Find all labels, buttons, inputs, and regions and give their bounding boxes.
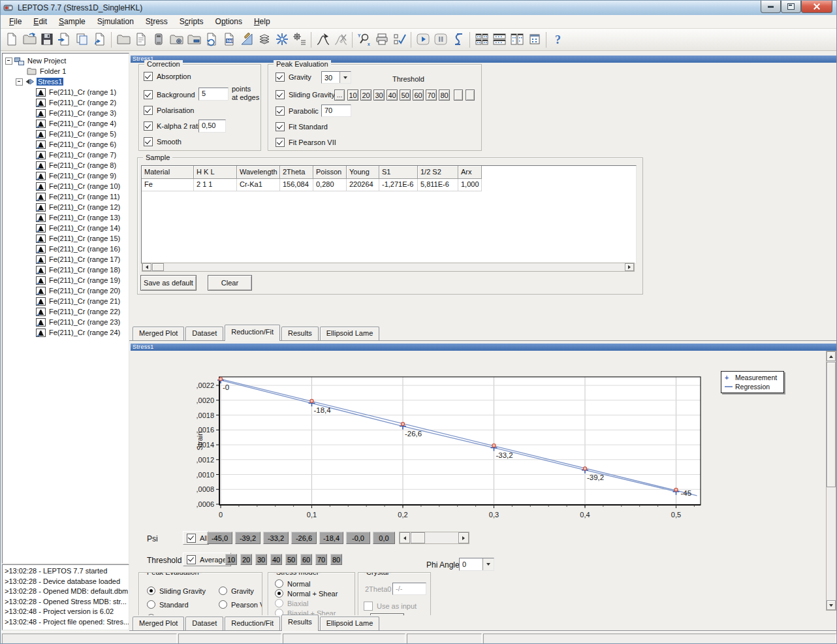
layers-button[interactable]: [255, 31, 273, 49]
tree-item-range-23[interactable]: Fe(211)_Cr (range 23): [3, 317, 129, 327]
tree-item-folder-1[interactable]: Folder 1: [3, 66, 129, 76]
column-header-poisson[interactable]: Poisson: [313, 166, 347, 179]
table-cell[interactable]: 156,084: [280, 179, 313, 191]
threshold-box-30[interactable]: 30: [373, 89, 385, 101]
psi-button--26,6[interactable]: -26,6: [291, 532, 317, 544]
tile-vertical-button[interactable]: [473, 31, 490, 49]
radio-pearson-vii[interactable]: Pearson VII: [219, 600, 262, 609]
menu-stress[interactable]: Stress: [140, 16, 174, 27]
tree-item-range-20[interactable]: Fe(211)_Cr (range 20): [3, 285, 129, 296]
parabolic-input[interactable]: 70: [321, 105, 351, 117]
column-header-s1[interactable]: S1: [379, 166, 418, 179]
psi-button--0,0[interactable]: -0,0: [346, 532, 370, 544]
refresh-document-button[interactable]: [202, 31, 220, 49]
edit-wizard-button[interactable]: [238, 31, 255, 49]
run-button[interactable]: [414, 31, 432, 49]
tree-item-range-17[interactable]: Fe(211)_Cr (range 17): [3, 254, 129, 265]
scrollbar-thumb[interactable]: [411, 532, 425, 543]
tree-expand-toggle[interactable]: [16, 78, 23, 86]
column-header-wavelength[interactable]: Wavelength: [237, 166, 280, 179]
menu-simulation[interactable]: Simulation: [91, 16, 140, 27]
tab-merged-plot[interactable]: Merged Plot: [133, 327, 184, 340]
tree-item-range-24[interactable]: Fe(211)_Cr (range 24): [3, 327, 129, 338]
fit-pearson-checkbox[interactable]: Fit Pearson VII: [276, 138, 336, 147]
threshold-box-80[interactable]: 80: [439, 89, 450, 101]
table-cell[interactable]: 1,000: [458, 179, 482, 191]
threshold-box-10[interactable]: 10: [347, 89, 358, 101]
scroll-right-button[interactable]: [625, 263, 634, 271]
tree-item-range-19[interactable]: Fe(211)_Cr (range 19): [3, 275, 129, 285]
menu-edit[interactable]: Edit: [27, 16, 53, 27]
script-button[interactable]: [449, 31, 467, 49]
open-project-button[interactable]: [20, 31, 38, 49]
table-cell[interactable]: 220264: [347, 179, 379, 191]
sample-hscrollbar[interactable]: [142, 263, 635, 272]
tree-item-range-4[interactable]: Fe(211)_Cr (range 4): [3, 118, 129, 129]
peak-strip-button[interactable]: [332, 31, 349, 49]
column-header-1-2-s2[interactable]: 1/2 S2: [418, 166, 458, 179]
threshold-button-50[interactable]: 50: [285, 554, 297, 565]
psi-all-checkbox[interactable]: All: [187, 534, 208, 543]
restore-button[interactable]: [781, 1, 801, 13]
tree-item-range-15[interactable]: Fe(211)_Cr (range 15): [3, 233, 129, 244]
save-button[interactable]: [38, 31, 55, 49]
scroll-left-button[interactable]: [142, 263, 151, 271]
tree-item-range-1[interactable]: Fe(211)_Cr (range 1): [3, 87, 129, 97]
threshold-button-70[interactable]: 70: [315, 554, 327, 565]
table-cell[interactable]: Fe: [142, 179, 194, 191]
tree-item-range-10[interactable]: Fe(211)_Cr (range 10): [3, 181, 129, 191]
table-row[interactable]: Fe2 1 1Cr-Ka1156,0840,280220264-1,271E-6…: [142, 179, 636, 191]
sliding-gravity-checkbox[interactable]: Sliding Gravity: [276, 90, 335, 99]
tab-ellipsoid-lame[interactable]: Ellipsoid Lame: [320, 327, 380, 340]
help-button[interactable]: ?: [549, 31, 567, 49]
copy-item-button[interactable]: [73, 31, 91, 49]
scroll-down-button[interactable]: [827, 600, 836, 610]
batch-settings-button[interactable]: [291, 31, 308, 49]
folder-remove-button[interactable]: [185, 31, 202, 49]
evaluate-checklist-button[interactable]: [390, 31, 408, 49]
gravity-select[interactable]: 30: [321, 71, 351, 84]
phi-angle-select[interactable]: 0: [459, 558, 494, 571]
export-item-button[interactable]: [91, 31, 108, 49]
tree-item-range-22[interactable]: Fe(211)_Cr (range 22): [3, 306, 129, 317]
radio-sliding-gravity[interactable]: Sliding Gravity: [147, 587, 206, 595]
threshold-button-30[interactable]: 30: [255, 554, 267, 565]
table-cell[interactable]: 5,811E-6: [418, 179, 458, 191]
tab-reduction-fit[interactable]: Reduction/Fit: [225, 325, 280, 341]
tree-item-range-16[interactable]: Fe(211)_Cr (range 16): [3, 244, 129, 254]
radio-gravity[interactable]: Gravity: [219, 587, 254, 595]
tree-item-range-5[interactable]: Fe(211)_Cr (range 5): [3, 129, 129, 139]
tile-grid-button[interactable]: [508, 31, 526, 49]
device-button[interactable]: [150, 31, 167, 49]
scrollbar-thumb[interactable]: [152, 263, 164, 271]
radio-normal[interactable]: Normal: [275, 579, 310, 588]
table-cell[interactable]: 0,280: [313, 179, 347, 191]
threshold-box-20[interactable]: 20: [360, 89, 371, 101]
gravity-checkbox[interactable]: Gravity: [276, 72, 311, 82]
scroll-up-button[interactable]: [827, 351, 836, 361]
close-button[interactable]: [801, 1, 832, 13]
print-button[interactable]: [373, 31, 390, 49]
psi-button--18,4[interactable]: -18,4: [319, 532, 343, 544]
tree-item-range-3[interactable]: Fe(211)_Cr (range 3): [3, 108, 129, 118]
scroll-left-button[interactable]: [400, 532, 410, 543]
tree-item-new-project[interactable]: New Project: [3, 56, 129, 66]
threshold-button-40[interactable]: 40: [270, 554, 282, 565]
fit-standard-checkbox[interactable]: Fit Standard: [276, 122, 328, 131]
psi-button-0,0[interactable]: 0,0: [373, 532, 395, 544]
minimize-button[interactable]: [761, 1, 781, 13]
threshold-empty-slot[interactable]: [454, 89, 463, 101]
threshold-box-40[interactable]: 40: [387, 89, 398, 101]
threshold-box-60[interactable]: 60: [413, 89, 424, 101]
panel-splitter[interactable]: [129, 52, 131, 632]
window-view-button[interactable]: [526, 31, 543, 49]
tree-item-range-9[interactable]: Fe(211)_Cr (range 9): [3, 170, 129, 181]
threshold-button-20[interactable]: 20: [240, 554, 252, 565]
tree-item-range-12[interactable]: Fe(211)_Cr (range 12): [3, 202, 129, 212]
tab-results[interactable]: Results: [281, 327, 319, 340]
scroll-right-button[interactable]: [458, 532, 469, 543]
tree-item-range-18[interactable]: Fe(211)_Cr (range 18): [3, 265, 129, 275]
tree-item-range-11[interactable]: Fe(211)_Cr (range 11): [3, 191, 129, 202]
scrollbar-thumb[interactable]: [827, 362, 836, 487]
use-as-input-checkbox[interactable]: Use as input: [364, 602, 417, 611]
